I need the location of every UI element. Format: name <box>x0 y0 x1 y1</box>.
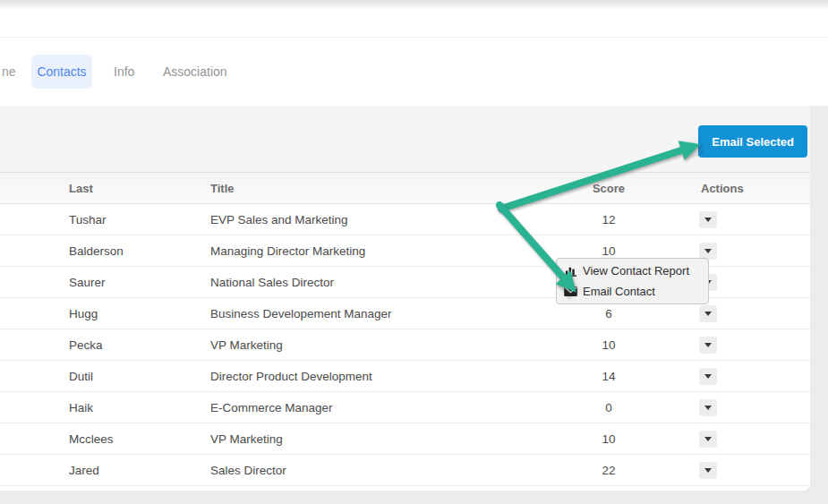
column-header-score: Score <box>564 182 653 195</box>
cell-score: 0 <box>564 401 653 414</box>
tab-association[interactable]: Association <box>163 55 227 89</box>
table-row: Pecka VP Marketing 10 <box>0 329 810 361</box>
cell-score: 14 <box>564 370 653 383</box>
cell-score: 10 <box>564 244 653 258</box>
row-actions-dropdown-button[interactable] <box>699 305 717 322</box>
cell-score: 6 <box>564 307 653 320</box>
cell-title: National Sales Director <box>210 276 564 289</box>
table-row: Tushar EVP Sales and Marketing 12 <box>0 204 810 235</box>
row-actions-dropdown-button[interactable] <box>699 399 717 416</box>
cell-last: Mcclees <box>69 432 210 446</box>
row-actions-dropdown-button[interactable] <box>699 368 717 385</box>
caret-down-icon <box>704 406 712 410</box>
cell-actions <box>653 368 810 385</box>
header-divider <box>0 37 828 38</box>
caret-down-icon <box>704 343 712 347</box>
cell-actions <box>653 462 810 479</box>
cell-score: 10 <box>564 432 653 446</box>
caret-down-icon <box>704 374 712 379</box>
row-actions-dropdown-button[interactable] <box>699 431 717 448</box>
menu-item-label: View Contact Report <box>583 264 689 278</box>
row-actions-dropdown-button[interactable] <box>699 462 717 479</box>
cell-title: E-Commerce Manager <box>210 401 564 414</box>
table-header: Last Title Score Actions <box>0 173 810 204</box>
actions-context-menu: View Contact Report Email Contact <box>556 258 709 304</box>
row-actions-dropdown-button[interactable] <box>699 243 717 260</box>
cell-title: VP Marketing <box>210 338 564 352</box>
cell-title: Business Developement Manager <box>210 307 564 320</box>
cell-last: Pecka <box>69 338 210 352</box>
bar-chart-icon <box>564 265 577 277</box>
cell-title: EVP Sales and Marketing <box>210 213 564 226</box>
cell-actions <box>653 337 810 354</box>
tab-bar: ne ContactsInfoAssociation <box>0 55 828 89</box>
cell-last: Saurer <box>69 276 210 289</box>
panel-toolbar: Email Selected <box>0 106 810 173</box>
cell-actions <box>653 305 810 322</box>
caret-down-icon <box>704 437 712 441</box>
cell-actions <box>653 399 810 416</box>
page-background: Email Selected Last Title Score Actions … <box>0 106 828 504</box>
cell-last: Haik <box>69 401 210 414</box>
row-actions-dropdown-button[interactable] <box>699 211 717 228</box>
cell-last: Hugg <box>69 307 210 320</box>
tab-partial-cutoff[interactable]: ne <box>2 55 16 89</box>
cell-score: 22 <box>564 464 653 477</box>
column-header-actions: Actions <box>653 182 810 195</box>
table-row: Mcclees VP Marketing 10 <box>0 423 810 455</box>
cell-last: Tushar <box>69 213 210 226</box>
screen: ne ContactsInfoAssociation Email Selecte… <box>0 0 828 504</box>
cell-actions <box>653 211 810 228</box>
column-header-title: Title <box>210 182 564 195</box>
caret-down-icon <box>704 249 712 253</box>
cell-score: 12 <box>564 213 653 226</box>
menu-item-label: Email Contact <box>583 285 655 298</box>
caret-down-icon <box>704 468 712 473</box>
menu-item-view-contact-report[interactable]: View Contact Report <box>557 261 708 281</box>
table-body: Tushar EVP Sales and Marketing 12 Balder… <box>0 204 810 486</box>
tab-info[interactable]: Info <box>114 55 134 89</box>
cell-title: VP Marketing <box>210 432 564 446</box>
table-row: Haik E-Commerce Manager 0 <box>0 392 810 423</box>
table-row: Jared Sales Director 22 <box>0 455 810 486</box>
cell-actions <box>653 243 810 260</box>
tab-contacts[interactable]: Contacts <box>31 55 92 89</box>
caret-down-icon <box>704 218 712 222</box>
envelope-icon <box>564 286 577 296</box>
caret-down-icon <box>704 312 712 316</box>
cell-last: Jared <box>69 464 210 477</box>
menu-item-email-contact[interactable]: Email Contact <box>557 281 708 302</box>
column-header-last: Last <box>69 182 210 195</box>
email-selected-button[interactable]: Email Selected <box>698 125 807 158</box>
cell-title: Director Product Development <box>210 370 564 383</box>
cell-actions <box>653 431 810 448</box>
cell-title: Sales Director <box>210 464 564 477</box>
top-shadow-strip <box>0 0 828 11</box>
cell-title: Managing Director Marketing <box>210 244 564 258</box>
cell-last: Balderson <box>69 244 210 258</box>
cell-score: 10 <box>564 338 653 352</box>
row-actions-dropdown-button[interactable] <box>699 337 717 354</box>
cell-last: Dutil <box>69 370 210 383</box>
table-row: Dutil Director Product Development 14 <box>0 361 810 392</box>
